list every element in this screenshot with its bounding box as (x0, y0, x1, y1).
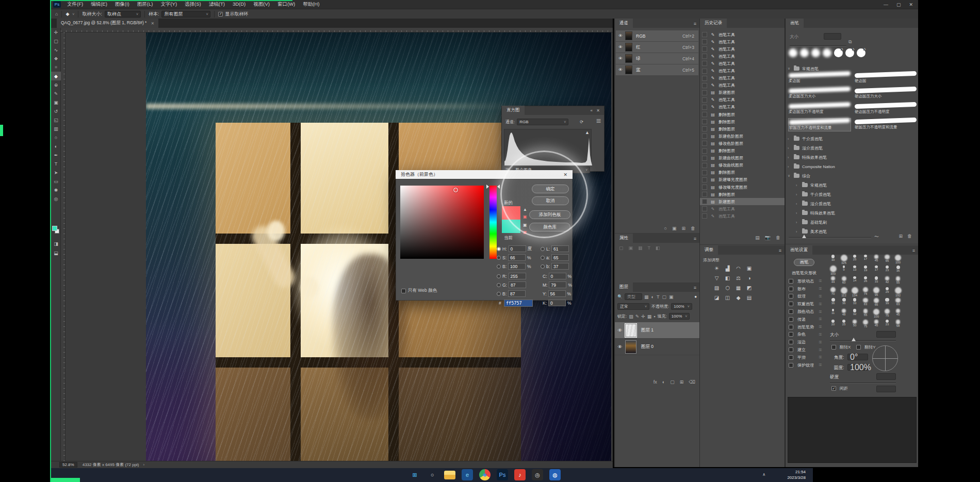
option-checkbox[interactable] (789, 363, 793, 368)
document-tab[interactable]: QAQ_0677.jpg @ 52.8% (图层 1, RGB/8#) * ✕ (57, 19, 158, 28)
brush-tip[interactable]: 300 (828, 265, 838, 275)
brush-tip[interactable]: 25 (850, 255, 860, 261)
history-source-box[interactable] (702, 39, 707, 44)
lock-icon[interactable]: ▪ (654, 314, 655, 319)
recent-brush-soft[interactable]: ✎ (823, 48, 831, 57)
brush-tip[interactable]: 95 (871, 287, 881, 296)
zoom-tool[interactable]: ◎ (51, 194, 61, 203)
channel-row[interactable]: 👁RGBCtrl+2 (616, 30, 698, 41)
hue-slider-arrow[interactable] (497, 185, 500, 189)
history-source-box[interactable] (702, 170, 707, 175)
brush-size-field[interactable] (824, 33, 841, 40)
taskbar-icon-file-explorer[interactable]: ▰ (444, 471, 455, 479)
brush-tip[interactable]: 100 (871, 309, 881, 318)
hand-tool[interactable]: ✱ (51, 186, 61, 194)
brush-subfolder[interactable]: ›常规画笔 (788, 180, 917, 190)
layer-action-icon[interactable]: ⊞ (680, 379, 684, 385)
history-action-icon[interactable]: 📷 (765, 235, 771, 240)
home-icon[interactable]: ⌂ (55, 11, 58, 16)
history-step[interactable]: ▤删除图层 (700, 111, 785, 118)
history-step[interactable]: ▤新建图层 (700, 89, 785, 96)
brush-tip[interactable]: 65 (882, 255, 892, 262)
value-field-hsb-b[interactable]: 100 (508, 263, 526, 270)
option-checkbox[interactable] (789, 302, 793, 306)
tray-chevron-icon[interactable]: ∧ (762, 472, 765, 477)
menu-item[interactable]: 选择(S) (185, 1, 201, 8)
quick-selection-tool[interactable]: ❖ (51, 54, 61, 63)
twirl-icon[interactable]: › (796, 193, 799, 196)
sample-size-select[interactable]: 取样点˅ (105, 11, 141, 18)
angle-field[interactable]: 0° (847, 354, 868, 360)
brush-tip[interactable]: 33 (850, 298, 860, 305)
flip-y-checkbox[interactable] (856, 345, 861, 350)
taskbar-icon-chrome[interactable]: ◉ (479, 469, 491, 480)
adjustment-posterize-icon[interactable]: ◪ (713, 294, 720, 301)
radio-rgb-b[interactable] (497, 292, 501, 296)
option-checkbox[interactable] (789, 309, 793, 314)
blend-mode-select[interactable]: 正常˅ (617, 303, 649, 310)
option-checkbox[interactable] (789, 294, 793, 298)
refresh-icon[interactable]: ⟳ (580, 120, 583, 124)
brush-preset[interactable]: 柔边圆 (789, 72, 851, 84)
layer-action-icon[interactable]: ◐ (662, 379, 665, 385)
flip-x-checkbox[interactable] (831, 345, 836, 350)
web-colors-only[interactable]: 只有 Web 颜色 (401, 288, 437, 294)
maximize-button[interactable]: ▢ (896, 2, 901, 7)
roundness-field[interactable]: 100% (847, 364, 868, 371)
hue-slider-arrow[interactable] (486, 185, 489, 189)
brush-tip[interactable]: 45 (871, 255, 881, 262)
brush-tip[interactable]: 74 (860, 287, 871, 295)
twirl-icon[interactable]: › (796, 184, 799, 187)
tab-layers[interactable]: 图层 (615, 282, 633, 292)
eyedropper-preset-icon[interactable]: ◆˅ (66, 11, 74, 16)
history-step[interactable]: ✎画笔工具 (700, 67, 785, 74)
taskbar-icon-app-red[interactable]: ♪ (514, 469, 526, 480)
history-step[interactable]: ✎画笔工具 (700, 82, 785, 89)
brush-tip[interactable]: 42 (882, 276, 892, 284)
value-field-cmyk-c[interactable]: 0 (549, 273, 566, 279)
history-source-box[interactable] (702, 97, 707, 103)
brush-button[interactable]: 画笔 (794, 259, 814, 266)
layer-action-icon[interactable]: fx (654, 379, 657, 385)
radio-hsb-s[interactable] (497, 256, 501, 260)
history-step[interactable]: ✎画笔工具 (700, 45, 785, 53)
history-source-box[interactable] (702, 163, 707, 168)
option-checkbox[interactable] (789, 317, 793, 322)
channel-row[interactable]: 👁红Ctrl+3 (616, 42, 698, 53)
quick-mask-icon[interactable]: ◨ (51, 239, 61, 248)
history-source-box[interactable] (702, 213, 707, 219)
screen-mode-icon[interactable]: ⬓ (51, 248, 61, 257)
layer-filter-kind[interactable]: 类型 (625, 293, 642, 300)
history-step[interactable]: ▤删除图层 (700, 118, 785, 125)
gradient-tool[interactable]: ▥ (51, 124, 61, 133)
foreground-color-swatch[interactable] (52, 226, 57, 231)
color-marker[interactable] (453, 188, 458, 192)
history-source-box[interactable] (702, 206, 707, 211)
history-step[interactable]: ▤删除图层 (700, 125, 785, 132)
taskbar-clock[interactable]: 21:54 2023/3/28 (787, 469, 806, 480)
brush-tip[interactable]: 39 (882, 298, 892, 305)
brush-tip[interactable]: 75 (860, 320, 871, 328)
brush-folder[interactable]: ›Composite Nation (788, 162, 917, 171)
brush-option-平滑[interactable]: 平滑⚿ (786, 354, 825, 361)
fill-field[interactable]: 100%˅ (669, 313, 690, 320)
history-source-box[interactable] (702, 90, 707, 95)
clone-stamp-tool[interactable]: ▣ (51, 98, 61, 107)
history-step[interactable]: ✎画笔工具 (700, 205, 785, 212)
history-source-box[interactable] (702, 119, 707, 124)
brush-tip[interactable]: 58 (893, 320, 903, 327)
adjustment-vibrance-icon[interactable]: ▽ (713, 275, 720, 281)
history-step[interactable]: ▤新建曲线图层 (700, 155, 785, 162)
cached-data-warning-icon[interactable]: ▲ (585, 130, 590, 135)
opacity-field[interactable]: 100%˅ (671, 303, 692, 310)
brush-tip[interactable]: 63 (893, 298, 903, 306)
brush-tip[interactable]: 26 (860, 276, 871, 282)
brush-folder[interactable]: ›干介质画笔 (788, 134, 917, 143)
brush-preset[interactable]: 软圆压力不透明度和流量 (789, 119, 851, 131)
adjustment-selective-color-icon[interactable]: ▤ (746, 294, 753, 301)
history-step[interactable]: ✎画笔工具 (700, 75, 785, 82)
angle-dial[interactable] (872, 345, 898, 371)
value-field-lab-b[interactable]: 37 (551, 263, 569, 270)
adjustment-color-lookup-icon[interactable]: ▦ (735, 285, 742, 291)
twirl-icon[interactable]: ∨ (788, 174, 791, 178)
